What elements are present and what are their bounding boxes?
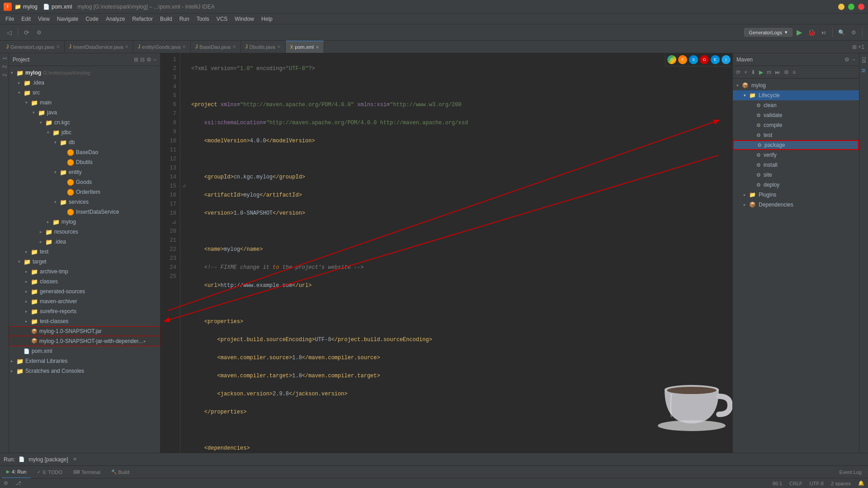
- chromium-icon[interactable]: C: [667, 55, 676, 64]
- code-content[interactable]: <?xml version="1.0" encoding="UTF-8"?> <…: [188, 53, 732, 453]
- edge-icon[interactable]: E: [711, 55, 720, 64]
- encoding[interactable]: UTF-8: [810, 481, 824, 486]
- todo-tab[interactable]: ✓ 6: TODO: [33, 466, 67, 479]
- maven-item-dependencies[interactable]: ▸ 📦 Dependencies: [733, 200, 859, 210]
- tree-item-orderitem[interactable]: 🟠 OrderItem: [9, 187, 160, 197]
- maven-item-lifecycle[interactable]: ▾ 📁 Lifecycle: [733, 90, 859, 100]
- project-icon[interactable]: 1: [2, 57, 7, 60]
- header-minimize-icon[interactable]: –: [153, 56, 156, 63]
- maven-item-compile[interactable]: ⚙ compile: [733, 120, 859, 130]
- tree-item-dbutils[interactable]: 🟠 Dbutils: [9, 157, 160, 167]
- maven-download-icon[interactable]: ⬇: [750, 68, 757, 76]
- tree-item-basedao[interactable]: 🟠 BaseDao: [9, 147, 160, 157]
- maven-minimize-icon[interactable]: –: [852, 56, 855, 63]
- run-tab[interactable]: ▶ 4: Run: [2, 466, 31, 479]
- tree-item-generated-sources[interactable]: ▸ 📁 generated-sources: [9, 286, 160, 296]
- tree-item-cnkgc[interactable]: ▾ 📁 cn.kgc: [9, 117, 160, 127]
- build-tab[interactable]: 🔨 Build: [107, 466, 134, 479]
- tree-item-mylog[interactable]: ▾ 📁 mylog G:\notes\spark\mylog: [9, 68, 160, 78]
- tree-item-main[interactable]: ▾ 📁 main: [9, 98, 160, 108]
- minimize-button[interactable]: [838, 4, 844, 10]
- tree-item-db[interactable]: ▾ 📁 db: [9, 137, 160, 147]
- find-button[interactable]: 🔍: [836, 27, 847, 38]
- maven-item-site[interactable]: ⚙ site: [733, 170, 859, 180]
- tree-item-jar1[interactable]: 📦 mylog-1.0-SNAPSHOT.jar: [9, 326, 160, 336]
- tree-item-test-classes[interactable]: ▸ 📁 test-classes: [9, 316, 160, 326]
- opera-icon[interactable]: O: [700, 55, 709, 64]
- indent[interactable]: 2 spaces: [831, 481, 851, 486]
- tab-pomxml[interactable]: X pom.xml ✕: [286, 41, 324, 53]
- maven-item-mylog[interactable]: ▾ 📦 mylog: [733, 80, 859, 90]
- tree-item-mylog-pkg[interactable]: ▸ 📁 mylog: [9, 217, 160, 227]
- tree-item-goods[interactable]: 🟠 Goods: [9, 177, 160, 187]
- database-icon[interactable]: DB: [861, 57, 866, 63]
- maven-item-clean[interactable]: ⚙ clean: [733, 100, 859, 110]
- maven-skip-icon[interactable]: ⏭: [774, 68, 782, 76]
- debug-button[interactable]: 🐞: [806, 27, 817, 38]
- tree-item-resources[interactable]: ▸ 📁 resources: [9, 227, 160, 237]
- tree-item-surefire-reports[interactable]: ▸ 📁 surefire-reports: [9, 306, 160, 316]
- back-button[interactable]: ◁: [4, 27, 14, 38]
- maven-settings-icon[interactable]: ⚙: [844, 56, 849, 63]
- safari-icon[interactable]: S: [689, 55, 698, 64]
- tree-item-idea[interactable]: ▸ 📁 .idea: [9, 78, 160, 88]
- maven-item-plugins[interactable]: ▸ 📁 Plugins: [733, 190, 859, 200]
- close-icon[interactable]: ✕: [56, 44, 60, 49]
- maven-item-package[interactable]: ⚙ package: [733, 140, 859, 150]
- close-icon[interactable]: ✕: [182, 44, 186, 49]
- tab-insertdataservice[interactable]: J InsertDataService.java ✕: [65, 41, 134, 53]
- tree-item-archive-tmp[interactable]: ▸ 📁 archive-tmp: [9, 267, 160, 277]
- tree-item-idea2[interactable]: ▸ 📁 .idea: [9, 237, 160, 247]
- tree-item-maven-archiver[interactable]: ▸ 📁 maven-archiver: [9, 296, 160, 306]
- notification-icon[interactable]: 🔔: [858, 480, 864, 486]
- settings-button[interactable]: ⚙: [33, 27, 44, 38]
- close-icon[interactable]: ✕: [316, 45, 319, 50]
- maximize-button[interactable]: [848, 4, 854, 10]
- menu-help[interactable]: Help: [258, 15, 276, 23]
- status-settings-icon[interactable]: ⚙: [4, 480, 8, 486]
- event-log-button[interactable]: Event Log: [835, 469, 866, 476]
- run-config-selector[interactable]: GeneratorLogs ▾: [744, 28, 793, 37]
- git-icon[interactable]: ⎇: [15, 480, 21, 486]
- menu-vcs[interactable]: VCS: [213, 15, 231, 23]
- menu-build[interactable]: Build: [156, 15, 176, 23]
- menu-view[interactable]: View: [34, 15, 53, 23]
- menu-analyze[interactable]: Analyze: [102, 15, 129, 23]
- tree-item-target[interactable]: ▾ 📁 target: [9, 257, 160, 267]
- maven-sidebar-icon[interactable]: M: [861, 69, 866, 72]
- menu-tools[interactable]: Tools: [193, 15, 213, 23]
- menu-window[interactable]: Window: [231, 15, 258, 23]
- tree-item-services[interactable]: ▾ 📁 services: [9, 197, 160, 207]
- menu-navigate[interactable]: Navigate: [53, 15, 82, 23]
- header-settings-icon[interactable]: ⚙: [146, 56, 151, 63]
- maven-collapse-icon[interactable]: ≡: [791, 68, 797, 76]
- menu-code[interactable]: Code: [82, 15, 102, 23]
- maven-item-test[interactable]: ⚙ test: [733, 130, 859, 140]
- tab-dbutils[interactable]: J Dbutils.java ✕: [241, 41, 286, 53]
- maven-add-icon[interactable]: +: [743, 68, 749, 76]
- maven-item-validate[interactable]: ⚙ validate: [733, 110, 859, 120]
- menu-run[interactable]: Run: [176, 15, 193, 23]
- menu-edit[interactable]: Edit: [18, 15, 34, 23]
- tree-item-insertdataservice[interactable]: 🟠 InsertDataService: [9, 207, 160, 217]
- line-separator[interactable]: CRLF: [789, 481, 802, 486]
- firefox-icon[interactable]: F: [678, 55, 687, 64]
- sync-button[interactable]: ⟳: [21, 27, 32, 38]
- ie-icon[interactable]: I: [722, 55, 731, 64]
- run-button[interactable]: ▶: [794, 27, 805, 38]
- menu-file[interactable]: File: [2, 15, 18, 23]
- settings2-button[interactable]: ⚙: [848, 27, 859, 38]
- structure-icon[interactable]: Z: [2, 65, 7, 68]
- favorites-icon[interactable]: 2: [2, 74, 7, 76]
- file-tab[interactable]: 📄 pom.xml: [43, 4, 72, 10]
- maven-config-icon[interactable]: ⚙: [783, 68, 790, 76]
- tree-item-test[interactable]: ▸ 📁 test: [9, 247, 160, 257]
- tab-generatorlogs[interactable]: J GeneratorLogs.java ✕: [2, 41, 65, 53]
- run-with-coverage-button[interactable]: ⏯: [818, 27, 829, 38]
- close-icon[interactable]: ✕: [125, 44, 128, 49]
- menu-refactor[interactable]: Refactor: [129, 15, 156, 23]
- expand-all-icon[interactable]: ⊞: [134, 56, 138, 63]
- tree-item-entity[interactable]: ▾ 📁 entity: [9, 167, 160, 177]
- split-editor-button[interactable]: ⊞ +1: [849, 44, 868, 50]
- close-icon[interactable]: ✕: [232, 44, 236, 49]
